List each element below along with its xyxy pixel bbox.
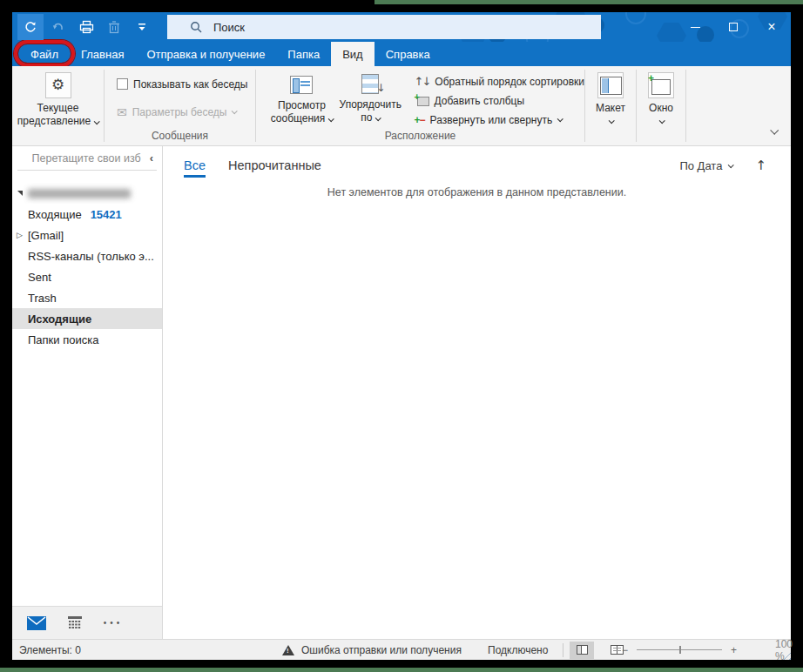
collapse-ribbon-button[interactable] (771, 124, 777, 137)
search-input[interactable]: Поиск (167, 15, 601, 39)
show-as-conversations-label: Показывать как беседы (133, 78, 247, 91)
folder-sent[interactable]: Sent (12, 266, 162, 287)
tab-file[interactable]: Файл (19, 42, 70, 66)
window-icon-box: + (648, 72, 674, 98)
favorites-hint: Перетащите свои изб ‹ (12, 146, 162, 170)
account-row[interactable] (12, 183, 162, 204)
maximize-button[interactable] (714, 12, 752, 42)
zoom-in-button[interactable]: + (731, 644, 737, 656)
layout-icon-box (597, 72, 624, 98)
folder-label: [Gmail] (28, 229, 64, 242)
mail-nav-button[interactable] (21, 610, 52, 636)
print-icon (79, 20, 94, 34)
folder-rss[interactable]: RSS-каналы (только э... (12, 245, 162, 266)
current-view-button[interactable]: ⚙ Текущее представление (17, 72, 98, 128)
favorites-hint-label: Перетащите свои изб (32, 152, 141, 165)
new-window-icon: + (651, 79, 671, 95)
add-columns-label: Добавить столбцы (435, 95, 525, 107)
send-receive-error-label: Ошибка отправки или получения (301, 644, 462, 656)
sort-by-dropdown[interactable]: По Дата (679, 159, 732, 172)
folder-label: Исходящие (28, 312, 91, 326)
normal-view-button[interactable] (570, 642, 594, 659)
gear-icon: ⚙ (51, 76, 64, 94)
expanded-triangle-icon[interactable] (17, 191, 23, 196)
tab-help[interactable]: Справка (375, 42, 442, 66)
message-preview-label-line1: Просмотр (278, 99, 326, 112)
order-by-button[interactable]: ↓ Упорядочить по (335, 72, 406, 124)
reverse-sort-label: Обратный порядок сортировки (435, 76, 584, 88)
customize-quick-access-button[interactable] (129, 14, 155, 40)
folder-search-folders[interactable]: Папки поиска (12, 329, 162, 350)
resize-grip[interactable] (780, 649, 791, 660)
close-icon: × (767, 20, 775, 34)
show-as-conversations-checkbox[interactable]: Показывать как беседы (117, 77, 247, 91)
mail-icon (27, 616, 46, 630)
tab-send-receive[interactable]: Отправка и получение (135, 42, 276, 66)
folder-inbox[interactable]: Входящие 15421 (12, 204, 162, 225)
sort-direction-button[interactable]: ↑ (755, 158, 766, 173)
zoom-out-button[interactable]: − (622, 644, 628, 656)
minimize-button[interactable] (676, 12, 714, 42)
message-list-header: Все Непрочитанные По Дата ↑ (163, 146, 791, 185)
expand-collapse-button[interactable]: +− Развернуть или свернуть (415, 112, 584, 127)
chevron-down-icon (608, 118, 614, 124)
delete-button[interactable] (101, 14, 127, 40)
add-columns-button[interactable]: + Добавить столбцы (415, 93, 584, 108)
folder-label: RSS-каналы (только э... (28, 250, 154, 263)
search-placeholder: Поиск (213, 21, 245, 34)
sort-by-label: По Дата (679, 159, 722, 172)
chevron-down-icon (770, 126, 779, 135)
send-receive-error-status[interactable]: ! Ошибка отправки или получения (282, 644, 462, 656)
tab-folder[interactable]: Папка (276, 42, 331, 66)
items-count: Элементы: 0 (19, 644, 81, 656)
navigation-bar: ••• (12, 606, 162, 639)
reverse-sort-button[interactable]: ↑↓ Обратный порядок сортировки (415, 74, 584, 89)
zoom-slider[interactable] (637, 649, 722, 650)
calendar-icon (68, 616, 82, 629)
folder-outbox[interactable]: Исходящие (12, 308, 162, 329)
ribbon: ⚙ Текущее представление Показывать как б… (12, 66, 791, 146)
group-label-arrangement: Расположение (256, 130, 584, 142)
message-preview-label-line2: сообщения (271, 112, 334, 125)
chevron-down-icon (557, 116, 563, 122)
zoom-slider-thumb[interactable] (679, 646, 681, 654)
expand-collapse-label: Развернуть или свернуть (430, 114, 553, 126)
undo-button[interactable] (45, 14, 71, 40)
sync-icon (24, 20, 37, 34)
zoom-control: − + (622, 644, 737, 656)
close-button[interactable]: × (752, 12, 791, 42)
filter-tab-unread[interactable]: Непрочитанные (228, 158, 321, 178)
calendar-nav-button[interactable] (59, 610, 91, 636)
inbox-label: Входящие (28, 208, 82, 221)
current-view-label-line1: Текущее (37, 102, 79, 115)
filter-tab-all[interactable]: Все (184, 158, 206, 178)
add-columns-icon: + (415, 95, 429, 106)
send-receive-sync-button[interactable] (17, 14, 44, 40)
up-down-arrows-icon: ↑↓ (415, 75, 430, 88)
print-button[interactable] (73, 14, 99, 40)
layout-label: Макет (596, 102, 625, 115)
current-view-label-line2: представление (17, 115, 98, 128)
plus-minus-icon: +− (415, 114, 425, 126)
message-preview-button[interactable]: Просмотр сообщения (268, 72, 335, 125)
more-apps-button[interactable]: ••• (98, 610, 129, 636)
customize-toolbar-icon (138, 23, 146, 31)
message-preview-icon (290, 76, 313, 94)
collapsed-triangle-icon[interactable]: ▷ (17, 231, 23, 239)
order-by-label-line1: Упорядочить (340, 98, 402, 111)
collapse-pane-icon[interactable]: ‹ (150, 151, 153, 165)
ribbon-group-current-view: ⚙ Текущее представление (12, 66, 104, 145)
folder-trash[interactable]: Trash (12, 287, 162, 308)
window-button[interactable]: + Окно (648, 72, 674, 124)
tab-view[interactable]: Вид (331, 42, 375, 66)
layout-button[interactable]: Макет (596, 72, 625, 124)
titlebar: Поиск × (12, 12, 791, 42)
connection-status: Подключено (488, 644, 548, 656)
arrangement-small-buttons: ↑↓ Обратный порядок сортировки + Добавит… (415, 74, 584, 131)
chevron-down-icon (94, 118, 100, 124)
chevron-down-icon (728, 162, 734, 168)
tab-home[interactable]: Главная (70, 42, 135, 66)
quick-access-toolbar (12, 12, 155, 42)
folder-gmail[interactable]: ▷ [Gmail] (12, 225, 162, 245)
status-bar: Элементы: 0 ! Ошибка отправки или получе… (12, 639, 791, 660)
